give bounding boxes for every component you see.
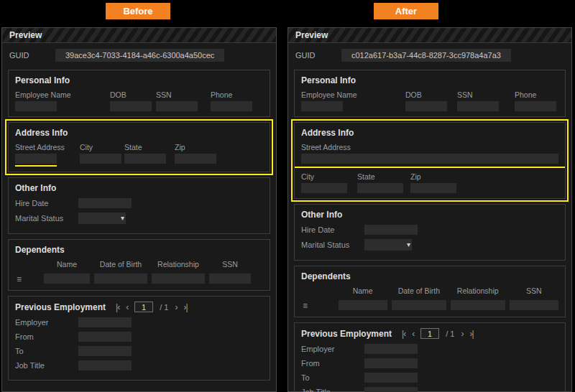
dependents-col-ssn: SSN	[209, 260, 251, 269]
street-underline-highlight	[295, 167, 565, 168]
city-input[interactable]	[301, 183, 347, 193]
dob-input[interactable]	[405, 101, 447, 111]
dependents-col-dob: Date of Birth	[392, 286, 446, 295]
prev-page-button[interactable]: ‹	[126, 302, 128, 312]
next-page-button[interactable]: ›	[175, 302, 177, 312]
ssn-input[interactable]	[156, 101, 198, 111]
row-handle-icon[interactable]: ≡	[301, 301, 308, 311]
pagination: |‹ ‹ 1 / 1 › ›|	[116, 302, 187, 312]
previous-employment-title: Previous Employment	[301, 329, 392, 339]
dependents-input-row: ≡	[15, 272, 263, 285]
zip-input[interactable]	[175, 154, 216, 164]
dependents-col-relationship: Relationship	[152, 260, 205, 269]
dependents-title: Dependents	[301, 271, 558, 281]
state-label: State	[124, 143, 175, 151]
dependent-name-input[interactable]	[44, 274, 90, 284]
dob-input[interactable]	[110, 101, 152, 111]
employee-name-input[interactable]	[301, 101, 343, 111]
prev-page-icon: ‹	[126, 302, 128, 312]
job-title-input[interactable]	[78, 360, 132, 370]
zip-label: Zip	[410, 172, 558, 181]
ssn-input[interactable]	[457, 101, 499, 111]
street-address-label: Street Address	[301, 143, 558, 151]
state-label: State	[357, 172, 410, 181]
chevron-down-icon: ▾	[407, 239, 410, 251]
to-input[interactable]	[364, 373, 418, 383]
street-address-input[interactable]	[301, 154, 558, 164]
dependent-name-input[interactable]	[339, 300, 387, 310]
employer-label: Employer	[301, 345, 364, 353]
dependents-header-row: Name Date of Birth Relationship SSN	[301, 286, 558, 295]
street-address-label: Street Address	[15, 143, 80, 151]
hire-date-input[interactable]	[78, 198, 132, 208]
dob-label: DOB	[110, 90, 156, 99]
personal-info-title: Personal Info	[15, 75, 263, 85]
last-page-button[interactable]: ›|	[469, 329, 473, 339]
state-input[interactable]	[124, 154, 166, 164]
address-info-section: Address Info Street Address City State Z…	[8, 122, 270, 172]
dependent-relationship-input[interactable]	[152, 274, 205, 284]
dependents-col-relationship: Relationship	[451, 286, 505, 295]
employer-label: Employer	[15, 318, 78, 327]
street-address-input[interactable]	[15, 154, 57, 164]
phone-label: Phone	[211, 90, 263, 99]
first-page-button[interactable]: |‹	[402, 329, 405, 339]
next-page-button[interactable]: ›	[461, 329, 463, 339]
preview-header: Preview	[2, 28, 276, 43]
ssn-label: SSN	[457, 90, 515, 99]
personal-info-section: Personal Info Employee Name DOB SSN Phon…	[8, 70, 270, 117]
after-badge: After	[374, 3, 438, 19]
prev-page-icon: ‹	[412, 329, 414, 339]
city-input[interactable]	[80, 154, 121, 164]
hire-date-label: Hire Date	[301, 225, 364, 234]
row-handle-icon[interactable]: ≡	[15, 274, 22, 284]
other-info-title: Other Info	[15, 183, 263, 193]
first-page-button[interactable]: |‹	[116, 302, 119, 312]
zip-input[interactable]	[410, 183, 456, 193]
city-label: City	[301, 172, 357, 181]
phone-input[interactable]	[211, 101, 252, 111]
guid-value: c012a617-b3a7-44c8-8287-3cc978a4a7a3	[341, 49, 511, 62]
hire-date-input[interactable]	[364, 225, 418, 235]
last-page-button[interactable]: ›|	[183, 302, 187, 312]
prev-page-button[interactable]: ‹	[412, 329, 414, 339]
phone-input[interactable]	[515, 101, 556, 111]
dependents-header-row: Name Date of Birth Relationship SSN	[15, 260, 263, 269]
employee-name-input[interactable]	[15, 101, 57, 111]
from-input[interactable]	[78, 332, 132, 342]
page-total-label: / 1	[160, 303, 168, 312]
page-total-label: / 1	[446, 330, 454, 338]
personal-info-section: Personal Info Employee Name DOB SSN Phon…	[294, 70, 566, 117]
employee-name-label: Employee Name	[15, 90, 110, 99]
dependent-ssn-input[interactable]	[209, 274, 251, 284]
dependents-section: Dependents Name Date of Birth Relationsh…	[8, 239, 270, 291]
before-preview-panel: Preview GUID 39ace3c4-7033-4184-a46c-630…	[1, 27, 277, 392]
dependent-ssn-input[interactable]	[510, 300, 558, 310]
job-title-input[interactable]	[364, 387, 418, 392]
dependents-col-name: Name	[44, 260, 90, 269]
preview-title: Preview	[9, 30, 42, 40]
marital-status-select[interactable]: ▾	[364, 239, 412, 251]
state-input[interactable]	[357, 183, 403, 193]
address-info-title: Address Info	[15, 128, 263, 138]
dependent-dob-input[interactable]	[94, 274, 147, 284]
guid-value: 39ace3c4-7033-4184-a46c-6300a4a50cec	[55, 49, 224, 62]
marital-status-label: Marital Status	[301, 241, 364, 249]
address-info-section: Address Info Street Address City State Z…	[294, 122, 566, 199]
page-number-input[interactable]: 1	[420, 328, 439, 339]
employer-input[interactable]	[78, 317, 132, 327]
dependent-relationship-input[interactable]	[451, 300, 505, 310]
address-info-title: Address Info	[301, 128, 558, 138]
city-label: City	[80, 143, 124, 151]
employer-input[interactable]	[364, 344, 418, 354]
to-input[interactable]	[78, 346, 132, 356]
dependents-col-ssn: SSN	[510, 286, 558, 295]
preview-title: Preview	[295, 30, 328, 40]
dependent-dob-input[interactable]	[392, 300, 446, 310]
previous-employment-section: Previous Employment |‹ ‹ 1 / 1 › ›| Empl…	[8, 296, 270, 381]
from-input[interactable]	[364, 358, 418, 368]
marital-status-select[interactable]: ▾	[78, 213, 126, 224]
page-number-input[interactable]: 1	[134, 302, 153, 312]
preview-header: Preview	[288, 28, 571, 43]
personal-info-title: Personal Info	[301, 75, 558, 85]
